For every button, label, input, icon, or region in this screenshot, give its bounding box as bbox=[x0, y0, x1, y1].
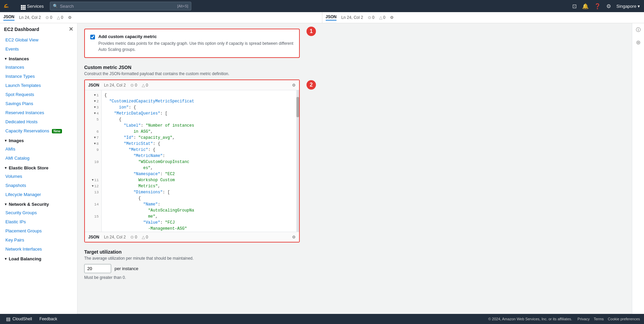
utilization-input[interactable] bbox=[84, 264, 111, 273]
services-label: Services bbox=[27, 4, 44, 9]
sidebar: EC2 Dashboard ✕ EC2 Global View Events ▼… bbox=[0, 23, 77, 314]
cookie-prefs-link[interactable]: Cookie preferences bbox=[608, 317, 640, 321]
right-panel: ⓘ ◎ bbox=[632, 23, 644, 314]
code-line-10: "Namespace": "EC2 bbox=[104, 171, 296, 177]
bell-icon[interactable]: 🔔 bbox=[582, 3, 589, 9]
editor-gear-icon[interactable]: ⚙ bbox=[292, 83, 296, 88]
sidebar-item-launch-templates[interactable]: Launch Templates bbox=[0, 81, 77, 90]
sidebar-item-elastic-ips[interactable]: Elastic IPs bbox=[0, 217, 77, 226]
line-num-8: ▼8 bbox=[85, 141, 101, 147]
sidebar-item-instances[interactable]: Instances bbox=[0, 63, 77, 72]
editor-top-tab[interactable]: JSON bbox=[88, 83, 99, 88]
sidebar-section-ebs[interactable]: ▼ Elastic Block Store bbox=[0, 163, 77, 172]
code-lines[interactable]: { "CustomizedCapacityMetricSpecificat io… bbox=[102, 90, 299, 232]
search-icon: 🔍 bbox=[53, 4, 58, 8]
editor-bottom-warnings: △ 0 bbox=[142, 235, 148, 239]
error-circle-icon2: ⊙ bbox=[368, 15, 371, 20]
sidebar-item-events[interactable]: Events bbox=[0, 44, 77, 54]
right-panel-location-icon[interactable]: ◎ bbox=[634, 38, 642, 46]
code-line-8: "Metric": { bbox=[104, 147, 296, 153]
warning-triangle-icon2: △ bbox=[379, 15, 382, 20]
cloudshell-button[interactable]: ▤ CloudShell bbox=[4, 316, 34, 322]
sidebar-item-reserved-instances[interactable]: Reserved Instances bbox=[0, 108, 77, 117]
editor-scrollbar-thumb[interactable] bbox=[296, 97, 299, 117]
custom-capacity-checkbox[interactable] bbox=[90, 35, 95, 39]
editor-bottom-gear-icon[interactable]: ⚙ bbox=[292, 235, 296, 239]
sidebar-section-network[interactable]: ▼ Network & Security bbox=[0, 199, 77, 208]
code-line-10b: Workshop Custom bbox=[104, 177, 296, 183]
utilization-subtitle: The average utilization per minute that … bbox=[84, 256, 300, 261]
left-editor-gear-icon[interactable]: ⚙ bbox=[68, 15, 72, 20]
sidebar-header: EC2 Dashboard ✕ bbox=[0, 23, 77, 35]
aws-logo[interactable]: aws bbox=[4, 3, 15, 9]
sidebar-item-global-view[interactable]: EC2 Global View bbox=[0, 35, 77, 44]
editor-bottom-tab[interactable]: JSON bbox=[88, 235, 99, 239]
chevron-down-icon4: ▼ bbox=[4, 202, 7, 206]
sidebar-section-instances[interactable]: ▼ Instances bbox=[0, 54, 77, 63]
right-editor-tab[interactable]: JSON bbox=[326, 14, 337, 21]
search-bar[interactable]: 🔍 [Alt+S] bbox=[50, 2, 191, 10]
search-input[interactable] bbox=[60, 4, 175, 9]
privacy-link[interactable]: Privacy bbox=[578, 317, 590, 321]
sidebar-title[interactable]: EC2 Dashboard bbox=[4, 27, 39, 32]
code-editor-body[interactable]: ▼1 ▼2 ▼3 ▼4 5 6 ▼7 ▼8 9 10 bbox=[85, 90, 299, 232]
form-content: 1 Add custom capacity metric Provides me… bbox=[77, 29, 632, 287]
editor-scrollbar-track[interactable] bbox=[296, 90, 299, 232]
line-num-4: ▼4 bbox=[85, 110, 101, 117]
right-editor-gear-icon[interactable]: ⚙ bbox=[390, 15, 394, 20]
feedback-label: Feedback bbox=[39, 317, 57, 321]
region-selector[interactable]: Singapore ▾ bbox=[616, 4, 640, 9]
chevron-down-icon: ▼ bbox=[4, 57, 7, 61]
line-num-10c bbox=[85, 171, 101, 177]
checkbox-label[interactable]: Add custom capacity metric bbox=[98, 34, 157, 39]
editor-warnings: △ 0 bbox=[142, 83, 148, 88]
chevron-down-icon3: ▼ bbox=[4, 166, 7, 170]
fullscreen-icon[interactable]: ⊡ bbox=[572, 3, 577, 9]
code-line-14: "Value": "FCJ bbox=[104, 220, 296, 226]
left-editor-tab[interactable]: JSON bbox=[3, 14, 14, 21]
editor-bottom-position: Ln 24, Col 2 bbox=[104, 235, 126, 239]
code-line-14b: -Management-ASG" bbox=[104, 226, 296, 232]
sidebar-item-lifecycle-manager[interactable]: Lifecycle Manager bbox=[0, 190, 77, 199]
left-editor-warnings: △ 0 bbox=[57, 15, 63, 20]
left-editor-errors: ⊙ 0 bbox=[45, 15, 52, 20]
right-panel-info-icon[interactable]: ⓘ bbox=[634, 26, 642, 34]
sidebar-item-placement-groups[interactable]: Placement Groups bbox=[0, 226, 77, 235]
code-line-2: "CustomizedCapacityMetricSpecificat bbox=[104, 98, 296, 104]
code-line-6: "Id": "capacity_avg", bbox=[104, 135, 296, 141]
sidebar-section-images[interactable]: ▼ Images bbox=[0, 135, 77, 144]
sidebar-close-button[interactable]: ✕ bbox=[69, 27, 73, 32]
code-line-1: { bbox=[104, 92, 296, 98]
line-num-14: 14 bbox=[85, 201, 101, 207]
sidebar-item-amis[interactable]: AMIs bbox=[0, 144, 77, 154]
help-icon[interactable]: ❓ bbox=[594, 3, 601, 9]
sidebar-item-ami-catalog[interactable]: AMI Catalog bbox=[0, 154, 77, 163]
checkbox-text-content: Add custom capacity metric Provides metr… bbox=[98, 34, 294, 53]
step-1-badge: 1 bbox=[307, 27, 316, 36]
utilization-unit-label: per instance bbox=[115, 266, 138, 271]
sidebar-item-dedicated-hosts[interactable]: Dedicated Hosts bbox=[0, 117, 77, 126]
sidebar-item-volumes[interactable]: Volumes bbox=[0, 172, 77, 181]
sidebar-item-snapshots[interactable]: Snapshots bbox=[0, 181, 77, 190]
sidebar-item-security-groups[interactable]: Security Groups bbox=[0, 208, 77, 217]
feedback-button[interactable]: Feedback bbox=[39, 317, 57, 321]
terms-link[interactable]: Terms bbox=[594, 317, 604, 321]
editor-position: Ln 24, Col 2 bbox=[104, 83, 126, 88]
sidebar-item-network-interfaces[interactable]: Network Interfaces bbox=[0, 245, 77, 254]
sidebar-section-load-balancing[interactable]: ▼ Load Balancing bbox=[0, 254, 77, 263]
sidebar-item-key-pairs[interactable]: Key Pairs bbox=[0, 235, 77, 245]
json-section-title: Custom metric JSON bbox=[84, 65, 300, 70]
chevron-down-icon2: ▼ bbox=[4, 139, 7, 142]
sidebar-item-spot-requests[interactable]: Spot Requests bbox=[0, 90, 77, 99]
bottom-bar: ▤ CloudShell Feedback © 2024, Amazon Web… bbox=[0, 314, 644, 324]
sidebar-item-capacity-reservations[interactable]: Capacity Reservations New bbox=[0, 126, 77, 135]
cloudshell-label: CloudShell bbox=[12, 317, 32, 321]
sidebar-item-savings-plans[interactable]: Savings Plans bbox=[0, 99, 77, 108]
left-editor-top-bar: JSON Ln 24, Col 2 ⊙ 0 △ 0 ⚙ bbox=[0, 12, 322, 23]
settings-icon[interactable]: ⚙ bbox=[606, 3, 611, 9]
services-button[interactable]: Services bbox=[19, 2, 46, 10]
sidebar-item-instance-types[interactable]: Instance Types bbox=[0, 72, 77, 81]
line-num-6: 6 bbox=[85, 129, 101, 135]
code-line-9c: es", bbox=[104, 165, 296, 171]
editor-top-bar: JSON Ln 24, Col 2 ⊙ 0 △ 0 ⚙ bbox=[85, 80, 299, 90]
